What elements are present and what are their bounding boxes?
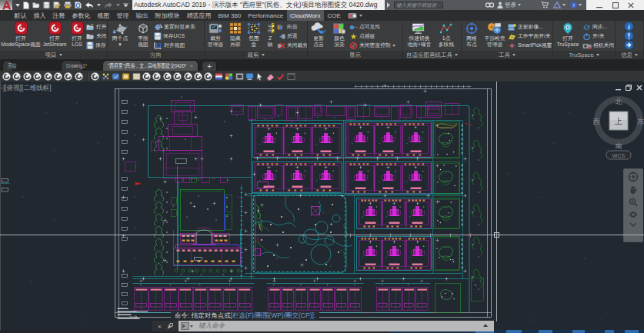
infocenter-expand-icon[interactable] [386,2,390,8]
toolbar-round-button[interactable] [91,72,99,81]
toolbar-round-button[interactable] [64,72,72,81]
ribbon-extra-icon[interactable] [348,12,357,19]
ribbon-button[interactable]: 隐藏外部 [226,21,245,51]
ribbon-tab-注释[interactable]: 注释 [49,10,68,21]
drawing-minimize-button[interactable] [616,85,621,91]
ribbon-button[interactable]: 裁剪管理器 [205,21,226,51]
ribbon-panel-label[interactable]: 方向 [108,51,204,59]
ribbon-button[interactable]: 打开LGS [68,21,86,51]
toolbar-palette-button[interactable] [225,72,233,81]
ribbon-button[interactable]: 打开ModelSpace视图 [0,21,42,51]
toolbar-round-button[interactable] [2,72,11,81]
ribbon-small-button[interactable]: 工作平面开/关 [508,32,552,41]
zoom-icon[interactable] [629,198,638,207]
ribbon-panel-label[interactable]: 项目 [0,51,107,59]
ribbon-small-button[interactable]: 打开 [86,22,107,32]
toolbar-gold-chip-button[interactable] [122,72,130,81]
ribbon-button[interactable]: 平面视图 [132,21,154,51]
plot-button[interactable] [64,2,72,8]
toolbar-round-button[interactable] [152,72,161,81]
ribbon-tab-coe[interactable]: COE [324,10,344,21]
ribbon-small-button[interactable]: 关闭 [86,32,107,41]
viewcube[interactable]: 上 北 南 西 东 WCS [589,92,644,166]
ribbon-tab-performance[interactable]: Performance [245,10,287,21]
ribbon-button[interactable]: 快速切换地面+噪音 [403,21,435,51]
ribbon-tab-管理[interactable]: 管理 [113,10,132,21]
ribbon-tab-bim-360[interactable]: BIM 360 [215,10,245,21]
search-input[interactable]: 键入关键字或短语 [394,2,443,8]
ribbon-tab-附加模块[interactable]: 附加模块 [152,10,183,21]
ribbon-button[interactable]: 打开TruSpace [553,21,582,51]
ribbon-small-button[interactable]: 点可见性 [349,22,395,32]
search-button[interactable] [486,2,494,8]
full-navigation-wheel-icon[interactable] [628,171,639,182]
ribbon-small-button[interactable]: 向前 [277,22,307,32]
signin-button[interactable]: 登录 [497,2,521,9]
toolbar-round-button[interactable] [184,72,192,81]
ribbon-button[interactable]: 1点多段线 [435,21,457,51]
toolbar-round-button[interactable] [163,72,172,81]
ribbon-panel-label[interactable]: 工具 [462,51,552,59]
close-button[interactable] [628,2,634,8]
viewcube-south-label[interactable]: 南 [616,142,622,150]
ribbon-small-button[interactable]: 保存UCS [154,32,195,41]
toolbar-round-button[interactable] [23,72,32,81]
command-input[interactable]: 键入命令 [179,321,494,331]
redo-caret-button[interactable] [116,4,120,7]
viewcube-north-label[interactable]: 北 [616,98,622,105]
drawing-close-button[interactable] [636,85,642,91]
restore-button[interactable] [612,2,619,8]
toolbar-round-button[interactable] [142,72,151,81]
ribbon-tab-默认[interactable]: 默认 [11,10,30,21]
toolbar-cursor-button[interactable] [255,72,264,81]
app-store-icon[interactable] [541,2,549,8]
ribbon-small-button[interactable] [624,31,636,40]
ribbon-small-button[interactable]: 对齐视图 [154,41,195,50]
toolbar-winframe-button[interactable] [235,72,244,81]
toolbar-dark-win-button[interactable] [287,72,295,81]
file-tab-0[interactable]: 开始 [2,60,13,71]
toolbar-beige-box-button[interactable] [132,72,141,81]
a360-icon[interactable] [553,2,566,8]
ribbon-panel-label[interactable]: 信息 [616,51,643,59]
new-drawing-tab-button[interactable]: + [202,61,217,71]
ribbon-small-button[interactable]: 开/关 [582,32,614,41]
toolbar-round-button[interactable] [173,72,182,81]
statusbar-toggle[interactable] [506,330,522,333]
ribbon-button[interactable]: 网格布点 [462,21,482,51]
ribbon-panel-label[interactable]: 显示 [308,51,402,59]
statusbar-toggle[interactable] [625,330,639,333]
toolbar-layer-rgb-button[interactable] [215,72,223,81]
ribbon-small-button[interactable]: 重置到世界系 [154,22,195,32]
ribbon-button[interactable]: 干涉检查管理器 [482,21,508,51]
toolbar-round-button[interactable] [194,72,202,81]
ribbon-small-button[interactable]: 同步... [582,22,614,32]
command-recent-icon[interactable] [181,322,193,330]
navbar-more-icon[interactable] [629,222,637,227]
toolbar-round-button[interactable] [33,72,42,81]
statusbar-toggle[interactable] [572,330,585,333]
ribbon-tab-cloudworx[interactable]: CloudWorx [287,10,324,21]
file-tab-1[interactable]: Drawing1*× [61,60,82,71]
ribbon-small-button[interactable]: 后退 [277,32,307,41]
ribbon-small-button[interactable]: 正射影像... [508,22,552,32]
toolbar-blue-chip-button[interactable] [112,72,120,81]
ribbon-small-button[interactable] [624,40,636,49]
undo-button[interactable] [85,2,94,8]
ribbon-panel-label[interactable]: TruSpace [553,51,615,59]
ribbon-small-button[interactable]: 关闭密度控制 [349,41,395,50]
toolbar-blue-monitor-button[interactable] [245,72,254,81]
drawing-restore-button[interactable] [626,85,632,91]
viewcube-east-label[interactable]: 东 [637,118,644,125]
autocad-logo-icon[interactable] [0,0,12,10]
undo-caret-button[interactable] [97,4,101,7]
ribbon-display-caret-icon[interactable] [359,15,362,17]
ribbon-small-button[interactable]: 保存 [86,41,107,50]
prompt-options[interactable]: [栏选(F)/圈围(WP)/圈交(CP)]: [231,311,315,321]
toolbar-round-button[interactable] [54,72,62,81]
plot-preview-button[interactable] [75,2,82,8]
ribbon-tab-视图[interactable]: 视图 [94,10,113,21]
ribbon-small-button[interactable]: 点捕捉 [349,32,395,41]
viewport-controls[interactable]: -][俯视][二维线框] [1,84,52,93]
toolbar-round-button[interactable] [75,72,83,81]
